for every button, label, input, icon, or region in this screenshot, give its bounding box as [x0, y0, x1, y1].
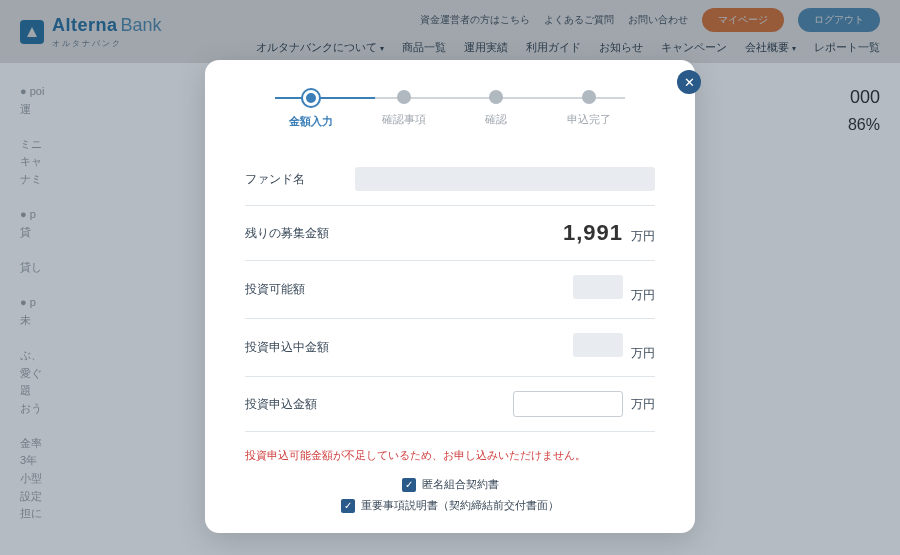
remaining-amount: 1,991: [563, 220, 623, 246]
unit-label: 万円: [631, 287, 655, 304]
unit-label: 万円: [631, 396, 655, 413]
label-remaining: 残りの募集金額: [245, 225, 329, 242]
label-fund-name: ファンド名: [245, 171, 305, 188]
check-anonymous-contract[interactable]: ✓ 匿名組合契約書: [402, 477, 499, 492]
agreement-checks: ✓ 匿名組合契約書 ✓ 重要事項説明書（契約締結前交付書面）: [245, 477, 655, 513]
step-complete: 申込完了: [543, 90, 636, 127]
error-message: 投資申込可能金額が不足しているため、お申し込みいただけません。: [245, 448, 655, 463]
checkbox-icon: ✓: [341, 499, 355, 513]
investable-value: [573, 275, 623, 299]
label-investable: 投資可能額: [245, 281, 305, 298]
row-pending: 投資申込中金額 万円: [245, 319, 655, 377]
pending-value: [573, 333, 623, 357]
step-amount: 金額入力: [265, 90, 358, 129]
label-apply: 投資申込金額: [245, 396, 317, 413]
check-label: 重要事項説明書（契約締結前交付書面）: [361, 498, 559, 513]
unit-label: 万円: [631, 228, 655, 245]
close-button[interactable]: ✕: [677, 70, 701, 94]
investment-modal: ✕ 金額入力 確認事項 確認 申込完了 ファンド名: [205, 60, 695, 533]
step-confirm: 確認: [450, 90, 543, 127]
apply-amount-input[interactable]: [513, 391, 623, 417]
check-important-matters[interactable]: ✓ 重要事項説明書（契約締結前交付書面）: [341, 498, 559, 513]
label-pending: 投資申込中金額: [245, 339, 329, 356]
step-confirm-items: 確認事項: [358, 90, 451, 127]
modal-overlay: ✕ 金額入力 確認事項 確認 申込完了 ファンド名: [0, 0, 900, 555]
row-investable: 投資可能額 万円: [245, 261, 655, 319]
fund-name-value: [355, 167, 655, 191]
row-apply-amount: 投資申込金額 万円: [245, 377, 655, 432]
progress-stepper: 金額入力 確認事項 確認 申込完了: [265, 90, 635, 129]
checkbox-icon: ✓: [402, 478, 416, 492]
check-label: 匿名組合契約書: [422, 477, 499, 492]
row-remaining: 残りの募集金額 1,991 万円: [245, 206, 655, 261]
unit-label: 万円: [631, 345, 655, 362]
row-fund-name: ファンド名: [245, 153, 655, 206]
close-icon: ✕: [684, 75, 695, 90]
